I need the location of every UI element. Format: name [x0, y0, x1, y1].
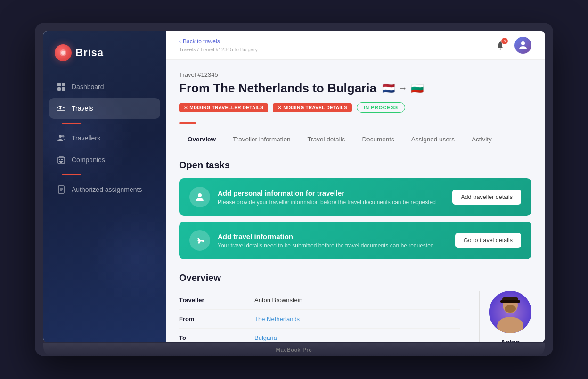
tab-assigned-users[interactable]: Assigned users	[403, 131, 463, 148]
plane-task-icon	[189, 230, 210, 251]
x-icon-travel: ✕	[278, 105, 281, 110]
nav-divider-2	[62, 174, 81, 175]
task-personal-desc: Please provide your traveller informatio…	[218, 199, 445, 206]
overview-value-from: The Netherlands	[254, 315, 300, 322]
overview-row-from: From The Netherlands	[179, 310, 460, 329]
travels-icon	[57, 104, 66, 113]
sidebar-nav: Dashboard Travels	[43, 76, 166, 333]
svg-rect-5	[62, 87, 65, 91]
svg-rect-28	[500, 300, 520, 303]
overview-row-to: To Bulgaria	[179, 329, 460, 342]
sidebar-item-authorized-assignments[interactable]: Authorized assignments	[49, 179, 160, 200]
svg-rect-13	[59, 161, 60, 162]
laptop-bottom: MacBook Pro	[43, 343, 545, 356]
page-title: From The Netherlands to Bulgaria	[179, 81, 376, 96]
laptop-screen: Brisa Dashboard	[43, 31, 545, 342]
tab-documents[interactable]: Documents	[353, 131, 402, 148]
svg-rect-15	[60, 161, 62, 163]
task-personal-text: Add personal information for traveller P…	[218, 189, 445, 206]
flag-from: 🇳🇱	[382, 83, 395, 94]
sidebar-item-dashboard[interactable]: Dashboard	[49, 76, 160, 97]
sidebar: Brisa Dashboard	[43, 31, 166, 342]
svg-point-21	[521, 41, 525, 45]
logo-icon	[55, 44, 72, 61]
travellers-icon	[57, 133, 66, 143]
sidebar-item-label-authorized-assignments: Authorized assignments	[72, 186, 142, 193]
go-to-travel-details-button[interactable]: Go to travel details	[455, 233, 521, 248]
logo-text: Brisa	[75, 47, 104, 59]
page-header: Travel #12345 From The Netherlands to Bu…	[179, 71, 531, 124]
overview-section-title: Overview	[179, 272, 531, 283]
svg-point-25	[505, 305, 516, 313]
overview-label-to: To	[179, 334, 245, 341]
task-travel-text: Add travel information Your travel detai…	[218, 232, 448, 249]
overview-row-traveller: Traveller Anton Brownstein	[179, 291, 460, 310]
profile-avatar	[489, 291, 531, 333]
overview-table: Traveller Anton Brownstein From The Neth…	[179, 291, 460, 342]
svg-rect-12	[62, 159, 63, 160]
svg-rect-2	[57, 83, 61, 86]
svg-rect-4	[57, 87, 61, 91]
flag-to: 🇧🇬	[411, 83, 424, 94]
profile-avatar-inner	[489, 291, 531, 333]
task-personal-title: Add personal information for traveller	[218, 189, 445, 197]
user-avatar-button[interactable]	[514, 37, 531, 54]
top-bar: ‹ Back to travels Travels / Travel #1234…	[166, 31, 545, 60]
svg-rect-14	[62, 161, 63, 162]
open-tasks-title: Open tasks	[179, 160, 531, 171]
laptop-label: MacBook Pro	[276, 347, 312, 353]
authorized-assignments-icon	[57, 185, 66, 194]
back-to-travels-link[interactable]: ‹ Back to travels	[179, 38, 258, 45]
task-travel-desc: Your travel details need to be submitted…	[218, 242, 448, 249]
tab-activity[interactable]: Activity	[463, 131, 500, 148]
task-travel-title: Add travel information	[218, 232, 448, 240]
x-icon-traveller: ✕	[184, 105, 188, 110]
sidebar-item-travellers[interactable]: Travellers	[49, 128, 160, 148]
sidebar-item-companies[interactable]: Companies	[49, 149, 160, 170]
breadcrumb-area: ‹ Back to travels Travels / Travel #1234…	[179, 38, 258, 52]
add-traveller-details-button[interactable]: Add traveller details	[452, 190, 521, 205]
overview-section: Overview Traveller Anton Brownstein From…	[179, 272, 531, 342]
companies-icon	[57, 155, 66, 165]
profile-name: Anton Brownstein	[492, 338, 528, 342]
dashboard-icon	[57, 82, 66, 91]
arrow-icon: →	[399, 83, 407, 93]
red-underline	[179, 122, 196, 124]
svg-point-7	[59, 135, 62, 138]
top-bar-actions: 6	[492, 37, 531, 54]
person-task-icon	[189, 187, 210, 207]
svg-rect-11	[61, 159, 62, 160]
badge-missing-traveller: ✕ MISSING TRAVELLER DETAILS	[179, 103, 268, 112]
notification-button[interactable]: 6	[492, 37, 509, 54]
sidebar-item-travels[interactable]: Travels	[49, 98, 160, 119]
badge-in-process: IN PROCESS	[357, 102, 405, 113]
badges-row: ✕ MISSING TRAVELLER DETAILS ✕ MISSING TR…	[179, 102, 531, 113]
overview-label-traveller: Traveller	[179, 297, 245, 304]
svg-point-8	[62, 135, 65, 138]
overview-value-to: Bulgaria	[254, 334, 277, 341]
sidebar-item-label-travels: Travels	[72, 105, 93, 112]
travel-id: Travel #12345	[179, 71, 531, 78]
laptop-wrapper: Brisa Dashboard	[35, 23, 553, 356]
page-content: Travel #12345 From The Netherlands to Bu…	[166, 60, 545, 342]
tab-overview[interactable]: Overview	[179, 131, 224, 148]
page-title-row: From The Netherlands to Bulgaria 🇳🇱 → 🇧🇬	[179, 81, 531, 96]
tab-travel-details[interactable]: Travel details	[299, 131, 354, 148]
flag-arrow-row: 🇳🇱 → 🇧🇬	[382, 83, 424, 94]
main-content: ‹ Back to travels Travels / Travel #1234…	[166, 31, 545, 342]
overview-grid: Traveller Anton Brownstein From The Neth…	[179, 291, 531, 342]
overview-label-from: From	[179, 315, 245, 322]
breadcrumb: Travels / Travel #12345 to Bulgary	[179, 47, 258, 52]
nav-divider-1	[62, 123, 81, 124]
svg-rect-3	[62, 83, 65, 86]
badge-missing-travel: ✕ MISSING TRAVEL DETAILS	[273, 103, 352, 112]
sidebar-logo: Brisa	[43, 44, 166, 76]
task-card-personal-info: Add personal information for traveller P…	[179, 178, 531, 216]
svg-rect-10	[59, 159, 60, 160]
sidebar-item-label-dashboard: Dashboard	[72, 83, 104, 91]
profile-card: Anton Brownstein	[479, 291, 531, 342]
svg-point-22	[198, 193, 202, 197]
tabs-row: Overview Traveller information Travel de…	[179, 131, 531, 148]
back-link-text: Back to travels	[183, 38, 220, 45]
tab-traveller-information[interactable]: Traveller information	[224, 131, 299, 148]
